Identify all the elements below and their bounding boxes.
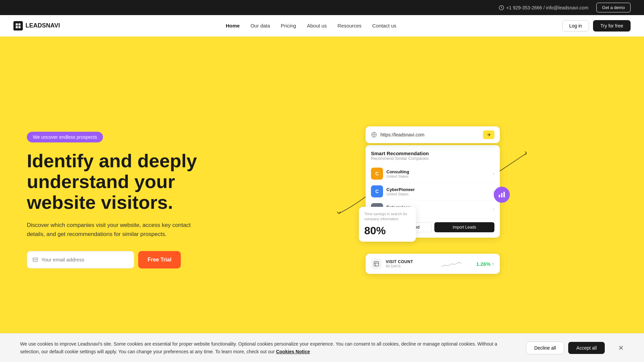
chevron-right-icon-1: › bbox=[493, 171, 494, 177]
cookie-banner: We use cookies to improve Leadsnavi's si… bbox=[0, 333, 644, 362]
visit-percent: 1.26% ↑ bbox=[476, 261, 494, 267]
company-location-2: United States bbox=[386, 192, 489, 196]
logo-icon bbox=[13, 21, 23, 31]
hero-title: Identify and deeply understand your webs… bbox=[27, 150, 241, 213]
nav-links: Home Our data Pricing About us Resources… bbox=[226, 23, 396, 29]
nav-pricing[interactable]: Pricing bbox=[281, 23, 296, 28]
visit-count-card: VISIT COUNT 90 DAYS 1.26% ↑ bbox=[366, 254, 500, 274]
email-input-wrapper bbox=[27, 251, 134, 268]
company-info-1: Consulting United States bbox=[386, 169, 489, 178]
nav-contact-us[interactable]: Contact us bbox=[372, 23, 396, 28]
arrow-right-icon bbox=[486, 132, 491, 137]
company-row-consulting[interactable]: C Consulting United States › bbox=[371, 165, 494, 183]
hero-form: Free Trial bbox=[27, 251, 241, 268]
url-card: https://leadsnavi.com bbox=[366, 126, 500, 143]
navbar: LEADSNAVI Home Our data Pricing About us… bbox=[0, 15, 644, 37]
company-name-1: Consulting bbox=[386, 169, 489, 174]
contact-info: +1 929-353-2666 / info@leadsnavi.com bbox=[506, 5, 588, 10]
cookie-close-button[interactable]: ✕ bbox=[618, 344, 624, 352]
cookies-notice-link[interactable]: Cookies Notice bbox=[276, 349, 310, 354]
svg-rect-8 bbox=[501, 193, 502, 197]
chevron-right-icon-3: › bbox=[493, 206, 494, 212]
cookie-actions: Decline all Accept all bbox=[526, 342, 605, 354]
phone-icon bbox=[499, 5, 504, 10]
company-name-2: CyberPioneer bbox=[386, 187, 489, 192]
svg-rect-2 bbox=[18, 23, 20, 25]
time-savings-label: Time savings in search for company infor… bbox=[364, 212, 411, 222]
company-avatar-1: C bbox=[371, 168, 383, 180]
time-savings-card: Time savings in search for company infor… bbox=[359, 207, 416, 242]
svg-rect-3 bbox=[16, 26, 18, 28]
topbar-contact: +1 929-353-2666 / info@leadsnavi.com bbox=[499, 5, 588, 10]
nav-our-data[interactable]: Our data bbox=[251, 23, 270, 28]
mockup-container: https://leadsnavi.com Smart Recommendati… bbox=[359, 126, 500, 274]
company-location-1: United States bbox=[386, 174, 489, 178]
nav-home[interactable]: Home bbox=[226, 23, 240, 28]
hero-mockup: https://leadsnavi.com Smart Recommendati… bbox=[241, 126, 617, 274]
nav-resources[interactable]: Resources bbox=[337, 23, 362, 28]
accept-cookies-button[interactable]: Accept all bbox=[568, 342, 605, 354]
smart-rec-title: Smart Recommendation bbox=[371, 150, 494, 156]
svg-rect-9 bbox=[503, 192, 505, 197]
visit-count-icon bbox=[371, 258, 382, 269]
email-field[interactable] bbox=[41, 257, 128, 262]
time-savings-percent: 80% bbox=[364, 225, 411, 237]
try-free-button[interactable]: Try for free bbox=[593, 20, 631, 32]
svg-rect-5 bbox=[33, 258, 38, 261]
bar-chart-icon bbox=[498, 191, 506, 199]
svg-rect-10 bbox=[374, 261, 379, 266]
hero-subtitle: Discover which companies visit your webs… bbox=[27, 221, 201, 239]
hero-section: We uncover endless prospects Identify an… bbox=[0, 37, 644, 362]
nav-about-us[interactable]: About us bbox=[307, 23, 327, 28]
svg-rect-7 bbox=[499, 195, 500, 197]
get-demo-button[interactable]: Get a demo bbox=[596, 3, 631, 12]
logo-svg bbox=[15, 23, 21, 29]
visit-chart bbox=[431, 259, 472, 268]
login-button[interactable]: Log in bbox=[562, 20, 589, 32]
email-icon bbox=[33, 257, 38, 263]
url-text: https://leadsnavi.com bbox=[380, 132, 480, 137]
chart-float-icon bbox=[494, 187, 510, 203]
hero-badge: We uncover endless prospects bbox=[27, 132, 103, 142]
logo-text: LEADSNAVI bbox=[25, 22, 60, 29]
company-avatar-2: C bbox=[371, 185, 383, 197]
visit-info: VISIT COUNT 90 DAYS bbox=[386, 259, 427, 268]
visit-days: 90 DAYS bbox=[386, 264, 427, 268]
hero-content: We uncover endless prospects Identify an… bbox=[27, 132, 241, 268]
nav-actions: Log in Try for free bbox=[562, 20, 631, 32]
topbar: +1 929-353-2666 / info@leadsnavi.com Get… bbox=[0, 0, 644, 15]
import-leads-button[interactable]: Import Leads bbox=[434, 222, 494, 232]
smart-rec-subtitle: Recommend Similar Companies bbox=[371, 156, 494, 161]
mini-chart-svg bbox=[441, 259, 462, 268]
analytics-icon bbox=[373, 261, 379, 267]
free-trial-button[interactable]: Free Trial bbox=[138, 251, 181, 268]
logo[interactable]: LEADSNAVI bbox=[13, 21, 60, 31]
globe-icon bbox=[371, 132, 377, 138]
svg-rect-4 bbox=[18, 26, 20, 28]
company-row-cyberpioneer[interactable]: C CyberPioneer United States › bbox=[371, 183, 494, 200]
company-info-2: CyberPioneer United States bbox=[386, 187, 489, 196]
url-go-button[interactable] bbox=[483, 130, 494, 139]
cookie-text: We use cookies to improve Leadsnavi's si… bbox=[20, 340, 513, 355]
decline-cookies-button[interactable]: Decline all bbox=[526, 342, 565, 354]
visit-label: VISIT COUNT bbox=[386, 259, 427, 264]
svg-rect-1 bbox=[16, 23, 18, 25]
